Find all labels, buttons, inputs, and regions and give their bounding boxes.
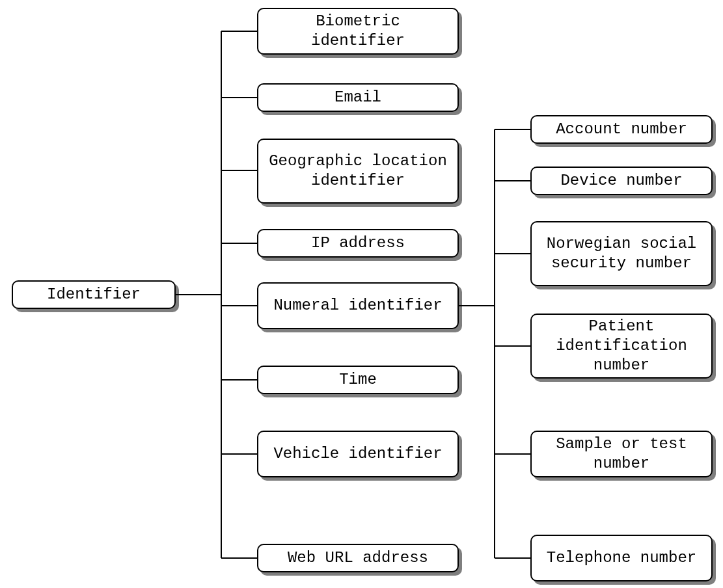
- node-numeral-identifier: Numeral identifier: [257, 282, 459, 329]
- node-identifier: Identifier: [12, 280, 176, 309]
- node-label: Web URL address: [288, 548, 428, 568]
- node-label: Time: [339, 370, 377, 390]
- node-biometric-identifier: Biometric identifier: [257, 8, 459, 55]
- node-device-number: Device number: [530, 167, 713, 195]
- node-patient-identification-number: Patient identification number: [530, 314, 713, 379]
- node-label: Telephone number: [547, 548, 696, 568]
- node-telephone-number: Telephone number: [530, 535, 713, 581]
- node-label: Patient identification number: [538, 317, 705, 375]
- node-web-url-address: Web URL address: [257, 544, 459, 572]
- node-label: Geographic location identifier: [265, 152, 451, 191]
- node-time: Time: [257, 366, 459, 394]
- node-label: IP address: [311, 234, 405, 253]
- node-label: Biometric identifier: [265, 12, 451, 51]
- node-sample-or-test-number: Sample or test number: [530, 431, 713, 477]
- node-norwegian-social-security-number: Norwegian social security number: [530, 221, 713, 286]
- node-label: Email: [334, 88, 381, 107]
- node-label: Identifier: [47, 285, 141, 304]
- node-ip-address: IP address: [257, 229, 459, 258]
- node-label: Numeral identifier: [273, 296, 442, 315]
- node-label: Norwegian social security number: [538, 234, 705, 273]
- node-email: Email: [257, 83, 459, 112]
- node-label: Device number: [560, 171, 682, 191]
- node-label: Vehicle identifier: [273, 444, 442, 464]
- node-label: Sample or test number: [538, 434, 705, 474]
- node-account-number: Account number: [530, 115, 713, 144]
- node-label: Account number: [556, 120, 687, 139]
- node-vehicle-identifier: Vehicle identifier: [257, 431, 459, 477]
- node-geographic-location-identifier: Geographic location identifier: [257, 139, 459, 204]
